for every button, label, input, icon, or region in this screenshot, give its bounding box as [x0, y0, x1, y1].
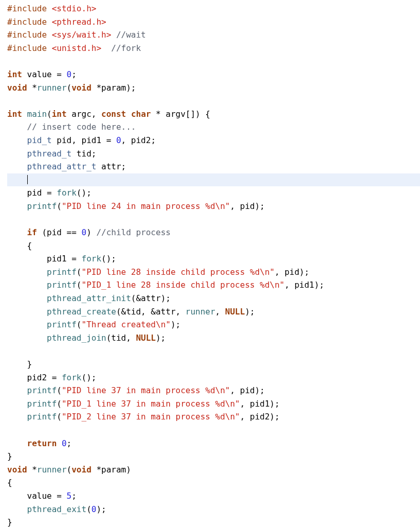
code-line: #include <unistd.h> //fork: [7, 42, 420, 55]
token-kw: const: [101, 109, 126, 119]
token-pp: #include: [7, 4, 52, 13]
token-op: (: [57, 201, 62, 211]
token-op: (: [86, 504, 92, 514]
code-line: pid2 = fork();: [7, 371, 420, 384]
token-kw: void: [7, 83, 27, 93]
token-id: argc,: [67, 109, 101, 119]
token-op: [7, 215, 27, 224]
token-str: "PID_1 line 28 inside child process %d\n…: [82, 280, 285, 290]
token-op: [7, 320, 47, 329]
token-id: (pid ==: [37, 227, 82, 237]
token-cmt: // insert code here...: [27, 122, 136, 132]
token-id: pid =: [7, 188, 57, 198]
code-line: #include <sys/wait.h> //wait: [7, 28, 420, 42]
token-fn: printf: [47, 267, 77, 277]
token-id: *param);: [92, 83, 136, 93]
token-op: [7, 175, 27, 185]
code-line: pid_t pid, pid1 = 0, pid2;: [7, 134, 420, 147]
token-op: (: [77, 320, 82, 329]
token-kw: int: [7, 69, 22, 79]
token-inc: <pthread.h>: [52, 17, 106, 27]
token-op: (: [57, 385, 62, 395]
token-op: *: [27, 465, 37, 475]
token-fn: fork: [82, 254, 102, 264]
token-op: [7, 267, 47, 277]
code-line: printf("PID line 24 in main process %d\n…: [7, 200, 420, 213]
token-op: }: [7, 517, 12, 527]
code-line: [7, 344, 420, 358]
token-fn: printf: [27, 201, 57, 211]
code-line: printf("PID_1 line 37 in main process %d…: [7, 397, 420, 411]
token-str: "PID line 24 in main process %d\n": [62, 201, 230, 211]
token-op: [57, 438, 62, 448]
token-op: ): [86, 227, 96, 237]
token-kw: return: [27, 438, 57, 448]
token-pp: #include: [7, 43, 52, 53]
token-op: );: [245, 307, 254, 317]
code-line: printf("PID_2 line 37 in main process %d…: [7, 410, 420, 424]
token-id: value =: [7, 491, 67, 501]
token-fn: printf: [27, 385, 57, 395]
token-cmt: //fork: [111, 43, 141, 53]
token-fn: fork: [62, 373, 82, 382]
token-inc: <stdio.h>: [52, 4, 97, 13]
token-id: tid;: [71, 149, 96, 159]
token-op: [7, 504, 27, 514]
token-op: [7, 122, 27, 132]
code-line: int value = 0;: [7, 68, 420, 81]
token-op: (: [77, 280, 82, 290]
token-op: [7, 399, 27, 409]
code-line: [7, 55, 420, 68]
code-line: value = 5;: [7, 489, 420, 503]
token-op: ;: [71, 491, 77, 501]
token-num: 0: [92, 504, 97, 514]
token-id: * argv[]) {: [151, 109, 210, 119]
token-id: , pid);: [230, 201, 264, 211]
token-op: {: [7, 241, 32, 251]
token-str: "PID_1 line 37 in main process %d\n": [62, 399, 240, 409]
token-fn: pthread_create: [47, 307, 116, 317]
token-op: (: [67, 83, 72, 93]
code-line: pid1 = fork();: [7, 252, 420, 266]
token-id: , pid2);: [240, 412, 280, 421]
token-num: 5: [67, 491, 72, 501]
token-op: }: [7, 451, 12, 461]
token-op: ();: [77, 188, 92, 198]
token-op: [111, 30, 116, 40]
token-kw: void: [7, 465, 27, 475]
code-line: void *runner(void *param): [7, 463, 420, 477]
token-op: (: [47, 109, 52, 119]
token-op: ;: [67, 438, 72, 448]
token-fn: runner: [186, 307, 215, 317]
token-kw: int: [52, 109, 67, 119]
token-op: [126, 109, 131, 119]
token-fn: printf: [47, 280, 77, 290]
token-op: [7, 227, 27, 237]
token-op: ();: [82, 373, 97, 382]
code-line: printf("PID line 37 in main process %d\n…: [7, 384, 420, 397]
token-op: ,: [215, 307, 225, 317]
code-line: {: [7, 476, 420, 489]
token-num: 0: [116, 135, 121, 145]
code-line: if (pid == 0) //child process: [7, 226, 420, 239]
token-id: attr;: [96, 162, 126, 171]
code-editor[interactable]: #include <stdio.h>#include <pthread.h>#i…: [0, 0, 420, 527]
token-type: pthread_attr_t: [27, 162, 97, 171]
token-id: , pid);: [275, 267, 309, 277]
token-inc: <sys/wait.h>: [52, 30, 112, 40]
code-line: printf("PID_1 line 28 inside child proce…: [7, 278, 420, 292]
token-op: (: [67, 465, 72, 475]
token-kw: int: [7, 109, 22, 119]
token-fn: pthread_attr_init: [47, 293, 131, 303]
token-op: [7, 425, 27, 435]
token-id: value =: [22, 69, 67, 79]
token-num: 0: [62, 438, 67, 448]
token-str: "PID line 28 inside child process %d\n": [82, 267, 275, 277]
code-line: pthread_attr_t attr;: [7, 160, 420, 173]
token-null: NULL: [136, 333, 156, 343]
token-str: "PID_2 line 37 in main process %d\n": [62, 412, 240, 421]
token-str: "PID line 37 in main process %d\n": [62, 385, 230, 395]
code-line: [7, 213, 420, 226]
code-line: return 0;: [7, 437, 420, 450]
token-fn: printf: [27, 412, 57, 421]
